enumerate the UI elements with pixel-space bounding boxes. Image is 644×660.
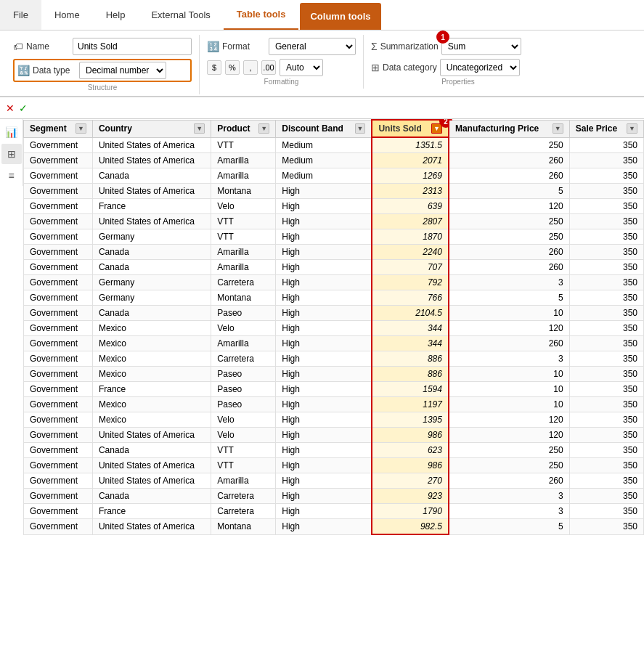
summarization-label: Summarization <box>380 41 439 52</box>
menu-column-tools[interactable]: Column tools <box>300 3 380 30</box>
data-type-icon: 🔣 <box>17 65 30 76</box>
summarization-select[interactable]: Sum <box>441 38 521 55</box>
percent-btn[interactable]: % <box>225 60 240 75</box>
ribbon-properties-section: 1 Σ Summarization Sum ⊞ Data category Un… <box>364 35 553 89</box>
format-label: Format <box>222 41 266 52</box>
decimal-btn[interactable]: .00 <box>261 60 276 75</box>
currency-btn[interactable]: $ <box>207 60 221 75</box>
name-input[interactable] <box>73 38 192 55</box>
formula-bar: ✕ ✓ <box>0 97 644 119</box>
name-label: Name <box>26 41 70 52</box>
menu-bar: File Home Help External Tools Table tool… <box>0 0 644 30</box>
badge-1: 1 <box>436 30 449 44</box>
data-type-select[interactable]: Decimal number <box>79 62 166 79</box>
data-category-label: Data category <box>383 62 437 73</box>
summarization-icon: Σ <box>371 41 378 52</box>
format-icon: 🔢 <box>207 41 219 52</box>
formula-close-btn[interactable]: ✕ <box>6 102 15 114</box>
data-category-icon: ⊞ <box>371 62 380 73</box>
ribbon-structure-section: 🏷 Name 🔣 Data type Decimal number Struct… <box>6 35 200 94</box>
name-icon: 🏷 <box>13 41 23 52</box>
structure-label: Structure <box>13 82 192 94</box>
menu-help[interactable]: Help <box>93 0 139 30</box>
formula-check-btn[interactable]: ✓ <box>19 102 28 114</box>
format-select[interactable]: General <box>269 38 356 55</box>
formatting-label: Formatting <box>207 76 356 89</box>
menu-table-tools[interactable]: Table tools <box>224 0 299 30</box>
data-type-label: Data type <box>33 65 76 76</box>
data-category-select[interactable]: Uncategorized <box>440 59 520 76</box>
menu-home[interactable]: Home <box>41 0 93 30</box>
auto-select[interactable]: Auto <box>280 59 323 76</box>
ribbon-formatting-section: 🔢 Format General $ % , .00 Auto Formatti… <box>200 35 364 89</box>
properties-label: Properties <box>371 76 545 89</box>
menu-file[interactable]: File <box>0 0 41 30</box>
ribbon: 🏷 Name 🔣 Data type Decimal number Struct… <box>0 30 644 97</box>
comma-btn[interactable]: , <box>243 60 258 75</box>
menu-external-tools[interactable]: External Tools <box>138 0 223 30</box>
